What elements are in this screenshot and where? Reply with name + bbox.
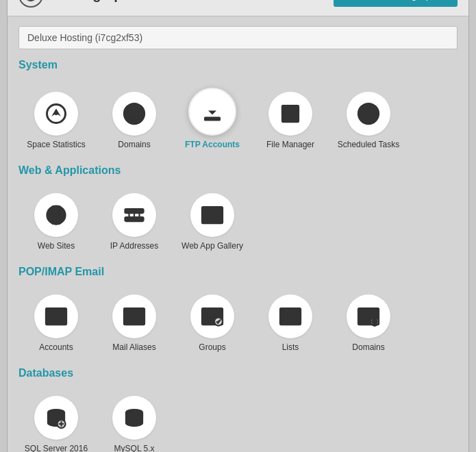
svg-rect-26	[205, 218, 210, 220]
icon-item-groups[interactable]: Groups	[175, 286, 250, 357]
section-title-system: System	[18, 59, 458, 71]
icon-label-web-app-gallery: Web App Gallery	[181, 241, 243, 251]
svg-rect-27	[210, 218, 214, 220]
section-pop-imap-email: POP/IMAP Email Accounts Mail Aliases Gro…	[18, 266, 458, 357]
section-title-web-applications: Web & Applications	[18, 164, 458, 177]
icon-circle-web-sites	[34, 193, 78, 237]
icon-item-mysql[interactable]: MySQL 5.x	[97, 388, 172, 453]
icon-item-sql-server[interactable]: SQL Server 2016	[18, 388, 94, 453]
icon-circle-domains	[112, 92, 156, 136]
icon-label-scheduled-tasks: Scheduled Tasks	[338, 140, 400, 149]
svg-rect-23	[205, 214, 210, 217]
icon-item-domains[interactable]: Domains	[97, 79, 172, 155]
icon-item-web-sites[interactable]: Web Sites	[18, 185, 94, 256]
icon-circle-web-app-gallery	[190, 193, 234, 237]
icon-item-space-statistics[interactable]: Space Statistics	[18, 79, 94, 155]
section-system: System Space Statistics Domains FTP Acco…	[18, 59, 458, 155]
svg-rect-17	[125, 217, 144, 221]
section-title-pop-imap-email: POP/IMAP Email	[18, 266, 458, 278]
section-web-applications: Web & Applications Web Sites IP Addresse…	[18, 164, 458, 256]
icon-item-email-accounts[interactable]: Accounts	[18, 286, 94, 357]
icon-circle-scheduled-tasks	[347, 92, 390, 136]
svg-rect-7	[204, 116, 221, 121]
svg-rect-16	[125, 209, 144, 213]
main-container: Hosting Spaces + Create Hosting Space De…	[7, 0, 469, 452]
icon-circle-mail-aliases	[112, 294, 156, 338]
svg-point-0	[25, 0, 37, 1]
icon-label-sql-server: SQL Server 2016	[25, 444, 88, 453]
icon-item-file-manager[interactable]: File Manager	[253, 79, 328, 155]
svg-point-3	[55, 112, 58, 115]
page-header: Hosting Spaces + Create Hosting Space	[8, 0, 468, 16]
icon-item-ftp-accounts[interactable]: FTP Accounts	[175, 79, 250, 155]
icon-item-email-domains[interactable]: Domains	[331, 286, 406, 357]
header-left: Hosting Spaces	[18, 0, 153, 8]
icon-item-scheduled-tasks[interactable]: Scheduled Tasks	[331, 79, 406, 155]
svg-rect-24	[210, 214, 214, 217]
icon-label-ftp-accounts: FTP Accounts	[185, 140, 240, 149]
icon-grid-databases: SQL Server 2016 MySQL 5.x	[18, 388, 458, 453]
icon-label-email-domains: Domains	[352, 342, 384, 352]
icon-label-space-statistics: Space Statistics	[27, 140, 85, 149]
icon-label-email-accounts: Accounts	[39, 342, 73, 352]
page-title: Hosting Spaces	[50, 0, 153, 3]
icon-label-file-manager: File Manager	[266, 140, 314, 149]
section-title-databases: Databases	[18, 367, 458, 379]
icon-label-groups: Groups	[199, 342, 225, 352]
icon-circle-sql-server	[34, 396, 78, 440]
icon-label-domains: Domains	[118, 140, 150, 149]
icon-label-lists: Lists	[282, 342, 299, 352]
icon-item-lists[interactable]: Lists	[253, 286, 328, 357]
page-body: Deluxe Hosting (i7cg2xf53) System Space …	[8, 16, 468, 453]
icon-circle-ftp-accounts	[188, 88, 236, 136]
icon-grid-web-applications: Web Sites IP Addresses Web App Gallery	[18, 185, 458, 256]
icon-circle-ip-addresses	[112, 193, 156, 237]
icon-item-ip-addresses[interactable]: IP Addresses	[97, 185, 172, 256]
icon-circle-groups	[190, 294, 234, 338]
icon-label-ip-addresses: IP Addresses	[110, 241, 159, 251]
icon-grid-system: Space Statistics Domains FTP Accounts Fi…	[18, 79, 458, 155]
header-icon	[18, 0, 43, 8]
icon-circle-email-domains	[347, 294, 390, 338]
icon-item-mail-aliases[interactable]: Mail Aliases	[97, 286, 172, 357]
icon-label-mysql: MySQL 5.x	[114, 444, 155, 453]
sections-container: System Space Statistics Domains FTP Acco…	[18, 59, 458, 453]
icon-circle-mysql	[112, 396, 156, 440]
section-databases: Databases SQL Server 2016 MySQL 5.x	[18, 367, 458, 453]
svg-rect-25	[216, 214, 220, 217]
svg-point-38	[373, 317, 377, 325]
hosting-space-selector[interactable]: Deluxe Hosting (i7cg2xf53)	[18, 26, 458, 49]
icon-circle-space-statistics	[34, 92, 78, 136]
icon-item-web-app-gallery[interactable]: Web App Gallery	[175, 185, 250, 256]
icon-circle-email-accounts	[34, 294, 78, 338]
icon-circle-file-manager	[268, 92, 312, 136]
icon-label-web-sites: Web Sites	[38, 241, 75, 251]
icon-label-mail-aliases: Mail Aliases	[112, 342, 155, 352]
icon-grid-pop-imap-email: Accounts Mail Aliases Groups Lists Domai…	[18, 286, 458, 357]
create-hosting-space-button[interactable]: + Create Hosting Space	[334, 0, 458, 7]
icon-circle-lists	[268, 294, 312, 338]
